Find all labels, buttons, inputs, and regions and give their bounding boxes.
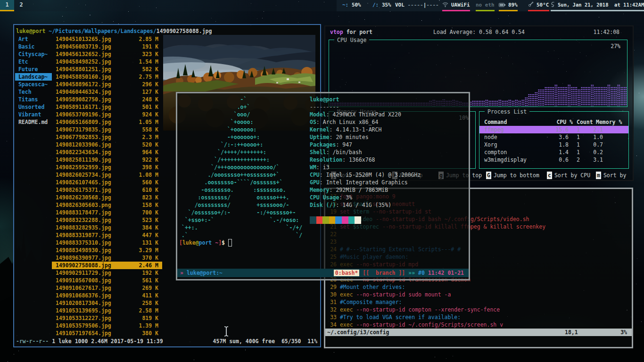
tmux-window-tab[interactable]: 0:bash* (334, 270, 359, 276)
file-row[interactable]: 1490883282935.jpg384 K (52, 224, 162, 231)
file-row[interactable]: 1491057197654.jpg380 K (52, 329, 162, 337)
file-row[interactable]: 1490910567008.jpg561 K (52, 277, 162, 284)
clock-icon (551, 2, 555, 8)
file-row[interactable]: 1490673179835.jpg558 K (52, 126, 162, 133)
file-row[interactable]: 1490883232288.jpg523 K (52, 216, 162, 224)
process-memory: 0.2 (578, 148, 603, 156)
directory-item-Cityscap[interactable]: Cityscap~ (15, 50, 52, 58)
file-row[interactable]: 1490896390977.jpg370 K (52, 254, 162, 262)
cpu-graph-column (498, 99, 502, 106)
file-row[interactable]: 1491053312227.jpg819 K (52, 314, 162, 322)
file-row[interactable]: 1490825811190.jpg922 K (52, 156, 162, 164)
status-block-wifi[interactable]: UAWiFi (442, 0, 470, 11)
file-row[interactable]: 1490653709196.jpg924 K (52, 111, 162, 118)
process-row-Xorg[interactable]: Xorg1.8 10.7 (479, 141, 628, 148)
info-line-CPU: CPU: Intel i5-2520M (4) @ 3.200GHz (310, 171, 421, 179)
palette-swatch-0 (310, 216, 316, 224)
file-row[interactable]: 1490883375310.jpg131 K (52, 239, 162, 247)
file-row[interactable]: 1490456132652.jpg323 K (52, 50, 162, 58)
status-block-volume[interactable]: VOL -----|---- (395, 0, 439, 11)
file-row[interactable]: 1490458801251.jpg582 K (52, 66, 162, 73)
file-row[interactable]: 1490458850160.jpg2.75 M (52, 73, 162, 81)
file-meta: 1 luke 1000 2.46M 2017-05-19 11:39 (49, 338, 163, 345)
palette-swatch-1 (316, 216, 323, 224)
status-block-disk-root[interactable]: /: 35% (372, 0, 391, 11)
file-row-selected[interactable]: 1490902758088.jpg2.46 M (52, 262, 162, 269)
workspace-button-1[interactable]: 1 (0, 0, 14, 11)
directory-item-READMEmd[interactable]: README.md (15, 118, 52, 126)
directory-item-Future[interactable]: Future (15, 66, 52, 73)
file-row[interactable]: 1490458896172.jpg296 K (52, 81, 162, 88)
file-row[interactable]: 1490458498252.jpg1.54 M (52, 58, 162, 66)
file-row[interactable]: 1490456083719.jpg191 K (52, 43, 162, 50)
process-memory: 1.0 (578, 133, 603, 141)
file-row[interactable]: 1490910627617.jpg269 K (52, 284, 162, 292)
file-row[interactable]: 1490589082750.jpg248 K (52, 96, 162, 103)
file-row[interactable]: 1490883178477.jpg700 K (52, 209, 162, 216)
process-row-w3mimgdisplay[interactable]: w3mimgdisplay0.6 23.1 (479, 156, 628, 164)
ascii-logo-line: `+oooooo: (182, 126, 256, 133)
info-line-Kernel: Kernel: 4.14.13-1-ARCH (310, 126, 381, 133)
cpu-graph-column (578, 89, 581, 106)
shell-prompt[interactable]: [luke@port ~]$ (179, 239, 225, 247)
file-row[interactable]: 1490883498930.jpg3.29 M (52, 247, 162, 254)
file-row[interactable]: 1490910686376.jpg411 K (52, 292, 162, 299)
vim-line-33[interactable]: 33 #Try to load VGA screen if available: (325, 313, 461, 321)
hint-key-G: G (486, 172, 491, 179)
ranger-hostname: luke@port (16, 28, 45, 34)
status-underline-battery (499, 10, 518, 11)
cpu-graph-column (538, 89, 541, 106)
file-row[interactable]: 1490677982853.jpg2.3 M (52, 133, 162, 141)
process-row-node[interactable]: node3.6 11.0 (479, 133, 628, 141)
cpu-graph-column (541, 89, 545, 106)
status-block-battery[interactable]: 89% (499, 0, 518, 11)
file-row[interactable]: 1490460446324.jpg127 K (52, 88, 162, 96)
directory-item-Titans[interactable]: Titans (15, 96, 52, 103)
vim-line-30[interactable]: 30 exec --no-startup-id sudo mount -a (325, 291, 451, 298)
status-block-disk-home[interactable]: ~: 50% (342, 0, 361, 11)
file-row[interactable]: 1490665166809.jpg1.05 M (52, 118, 162, 126)
col-count: Count (577, 118, 596, 126)
file-row[interactable]: 1490826305603.png158 K (52, 201, 162, 209)
tmux-arrows: »» (408, 270, 415, 276)
file-row[interactable]: 1490826025734.jpg1.08 M (52, 171, 162, 179)
hint-m: mSort by (596, 172, 626, 179)
status-block-temperature[interactable]: 50°C (528, 0, 549, 11)
vim-line-32[interactable]: 32 exec --no-startup-id compton --xrende… (325, 306, 500, 313)
file-row[interactable]: 1490826107465.jpg560 K (52, 179, 162, 186)
file-row[interactable]: 1491020817304.jpg258 K (52, 299, 162, 307)
file-row[interactable]: 1490826230568.jpg823 K (52, 194, 162, 201)
directory-item-Spacesca[interactable]: Spacesca~ (15, 81, 52, 88)
vim-line-29[interactable]: 29 #Mount other drives: (325, 283, 405, 291)
file-row[interactable]: 1490902911729.jpg192 K (52, 269, 162, 277)
file-row[interactable]: 1490812033906.jpg520 K (52, 141, 162, 148)
info-line-Model: Model: 4290W3X ThinkPad X220 (310, 111, 401, 118)
file-row[interactable]: 1491053139695.jpg2.58 M (52, 307, 162, 314)
process-row-compton[interactable]: compton1.4 10.2 (479, 148, 628, 156)
status-block-datetime[interactable]: Sun, Jan 21, 2018 at 11:42AM (551, 0, 644, 11)
directory-item-Vibrant[interactable]: Vibrant (15, 111, 52, 118)
vim-line-34[interactable]: 34 exec --no-startup-id ~/.config/Script… (325, 321, 503, 329)
file-row[interactable]: 1490825952959.jpg398 K (52, 164, 162, 171)
file-row[interactable]: 1490826175371.jpg610 K (52, 186, 162, 194)
file-row[interactable]: 1490451013265.jpg2.85 M (52, 35, 162, 43)
neofetch-window: -` .o+` `ooo/ `+oooo: `+oooooo: -+oooooo… (176, 92, 470, 280)
file-row[interactable]: 1490822343634.jpg964 K (52, 148, 162, 156)
directory-item-Etc[interactable]: Etc (15, 58, 52, 66)
process-row-ffmpeg[interactable]: ffmpeg15.6 12.1 (479, 126, 628, 133)
directory-item-Art[interactable]: Art (15, 35, 52, 43)
info-line-Shell: Shell: /bin/bash (310, 148, 362, 156)
file-row[interactable]: 1490589116171.jpg501 K (52, 103, 162, 111)
process-cpu: 0.6 (544, 156, 569, 164)
status-block-ethernet[interactable]: no eth (476, 0, 495, 11)
cpu-graph-column (492, 100, 495, 106)
cpu-graph-column (574, 87, 578, 106)
file-row[interactable]: 1491053579506.jpg1.39 M (52, 322, 162, 329)
directory-item-Basic[interactable]: Basic (15, 43, 52, 50)
workspace-button-2[interactable]: 2 (14, 0, 28, 11)
directory-item-Unsorted[interactable]: Unsorted (15, 103, 52, 111)
directory-item-Landscap[interactable]: Landscap~ (15, 73, 52, 81)
directory-item-Tech[interactable]: Tech (15, 88, 52, 96)
file-row[interactable]: 1490883319877.jpg447 K (52, 231, 162, 239)
vim-line-31[interactable]: 31 #Composite manager: (325, 298, 402, 306)
